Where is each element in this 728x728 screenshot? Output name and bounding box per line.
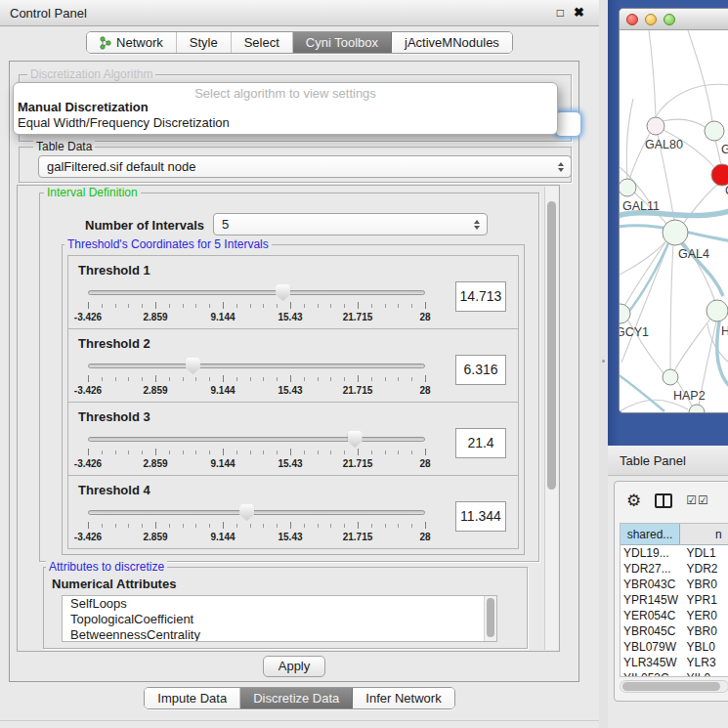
attributes-scrollbar-thumb[interactable] xyxy=(487,598,494,637)
network-node-gal4[interactable] xyxy=(663,220,688,245)
threshold-slider[interactable]: -3.4262.8599.14415.4321.71528 xyxy=(88,504,425,545)
table-row[interactable]: YDL19...YDL1 xyxy=(621,545,728,561)
columns-icon[interactable] xyxy=(655,493,672,508)
attributes-scrollbar[interactable] xyxy=(484,596,496,641)
threshold-slider[interactable]: -3.4262.8599.14415.4321.71528 xyxy=(88,431,425,472)
apply-button[interactable]: Apply xyxy=(263,656,325,677)
table-row[interactable]: YBR043CYBR0 xyxy=(621,577,728,592)
cell-shared-name[interactable]: YDL19... xyxy=(621,545,682,561)
slider-tick-labels: -3.4262.8599.14415.4321.71528 xyxy=(88,532,425,543)
cell-name[interactable]: YBR0 xyxy=(682,577,728,592)
table-panel-title: Table Panel xyxy=(620,453,686,468)
slider-track[interactable] xyxy=(88,510,425,515)
table-row[interactable]: YLR345WYLR3 xyxy=(621,655,728,670)
threshold-value-field[interactable]: 21.4 xyxy=(455,428,506,458)
cell-shared-name[interactable]: YLR345W xyxy=(621,655,682,670)
table-row[interactable]: YBL079WYBL0 xyxy=(621,639,728,655)
network-node-hap2[interactable] xyxy=(663,369,678,385)
cell-name[interactable]: YPR1 xyxy=(682,592,728,608)
table-data-combobox[interactable]: galFiltered.sif default node xyxy=(38,155,572,178)
cell-shared-name[interactable]: YIL053C xyxy=(621,670,682,677)
attribute-item-topologicalcoefficient[interactable]: TopologicalCoefficient xyxy=(63,612,496,627)
cell-shared-name[interactable]: YBL079W xyxy=(621,639,682,655)
zoom-window-icon[interactable] xyxy=(664,14,675,25)
threshold-slider[interactable]: -3.4262.8599.14415.4321.71528 xyxy=(88,358,425,399)
split-pane-divider[interactable] xyxy=(599,0,608,728)
settings-scrollbar-thumb[interactable] xyxy=(547,201,556,490)
node-label-gal4: GAL4 xyxy=(678,247,709,261)
settings-scrollbar[interactable] xyxy=(544,187,558,650)
slider-track[interactable] xyxy=(88,437,425,442)
slider-track[interactable] xyxy=(88,290,425,295)
threshold-value-field[interactable]: 6.316 xyxy=(455,355,506,385)
column-header-name[interactable]: n xyxy=(680,524,728,544)
tab-jactivemnodules[interactable]: jActiveMNodules xyxy=(392,32,512,53)
tab-select[interactable]: Select xyxy=(232,32,293,53)
network-node-h[interactable] xyxy=(707,300,728,321)
tab-impute-data[interactable]: Impute Data xyxy=(145,688,240,708)
tab-network[interactable]: Network xyxy=(87,32,177,53)
slider-thumb[interactable] xyxy=(276,284,290,301)
table-row[interactable]: YIL053CYIL0 xyxy=(621,670,728,677)
table-row[interactable]: YPR145WYPR1 xyxy=(621,592,728,608)
select-columns-checkboxes-icon[interactable]: ☑☑ xyxy=(686,493,709,507)
cell-name[interactable]: YBR0 xyxy=(682,623,728,639)
cell-name[interactable]: YDL1 xyxy=(682,545,728,561)
tab-infer-network[interactable]: Infer Network xyxy=(353,688,453,708)
cell-name[interactable]: YDR2 xyxy=(682,561,728,577)
network-node-gal11[interactable] xyxy=(620,179,636,196)
cell-shared-name[interactable]: YBR045C xyxy=(621,623,682,639)
slider-track[interactable] xyxy=(88,364,425,368)
cell-shared-name[interactable]: YBR043C xyxy=(621,577,682,592)
column-header-shared-name[interactable]: shared... xyxy=(621,524,680,544)
table-hscrollbar-thumb[interactable] xyxy=(622,682,720,691)
tab-cyni-toolbox[interactable]: Cyni Toolbox xyxy=(293,32,392,53)
close-panel-button[interactable]: ✖ xyxy=(574,5,584,20)
attribute-item-betweennesscentrality[interactable]: BetweennessCentrality xyxy=(63,627,496,642)
threshold-value-field[interactable]: 11.344 xyxy=(455,501,506,532)
cell-shared-name[interactable]: YDR27... xyxy=(621,561,682,577)
algorithm-combobox[interactable] xyxy=(555,111,581,137)
slider-thumb[interactable] xyxy=(239,504,254,521)
minimize-window-icon[interactable] xyxy=(645,14,657,25)
threshold-panel-2: Threshold 2-3.4262.8599.14415.4321.71528… xyxy=(67,328,519,403)
control-panel-titlebar: Control Panel □ ✖ xyxy=(0,0,599,26)
cell-name[interactable]: YER0 xyxy=(682,608,728,623)
network-node-c[interactable] xyxy=(711,164,728,186)
table-panel-container: ⚙ ☑☑ shared... n YDL19...YDL1YDR27...YDR… xyxy=(614,481,728,702)
network-view-window[interactable]: GAL80GACGAL11GAL4GCY1HHAP2 xyxy=(619,8,728,413)
tab-style[interactable]: Style xyxy=(177,32,232,53)
network-node-unlabeled[interactable] xyxy=(689,405,705,413)
network-canvas[interactable]: GAL80GACGAL11GAL4GCY1HHAP2 xyxy=(620,30,728,413)
stepper-arrows-icon xyxy=(472,214,482,235)
slider-thumb[interactable] xyxy=(348,431,363,448)
cell-name[interactable]: YBL0 xyxy=(682,639,728,655)
algorithm-option-equal-width-frequency-discretization[interactable]: Equal Width/Frequency Discretization xyxy=(14,115,557,131)
thresholds-group-title: Threshold's Coordinates for 5 Intervals xyxy=(64,237,272,251)
cell-name[interactable]: YLR3 xyxy=(682,655,728,670)
table-horizontal-scrollbar[interactable] xyxy=(620,680,728,693)
network-window-titlebar[interactable] xyxy=(620,9,728,30)
cell-shared-name[interactable]: YER054C xyxy=(621,608,682,623)
discretization-algorithm-group-title: Discretization Algorithm xyxy=(27,67,155,81)
cell-name[interactable]: YIL0 xyxy=(682,670,728,677)
number-of-intervals-value: 5 xyxy=(222,217,229,232)
network-node-gal80[interactable] xyxy=(647,117,664,135)
table-row[interactable]: YER054CYER0 xyxy=(621,608,728,623)
float-window-button[interactable]: □ xyxy=(557,6,564,20)
cell-shared-name[interactable]: YPR145W xyxy=(621,592,682,608)
tab-discretize-data[interactable]: Discretize Data xyxy=(240,688,353,708)
slider-thumb[interactable] xyxy=(186,358,200,374)
threshold-slider[interactable]: -3.4262.8599.14415.4321.71528 xyxy=(88,284,425,325)
table-row[interactable]: YBR045CYBR0 xyxy=(621,623,728,639)
network-node-ga[interactable] xyxy=(705,121,724,141)
table-row[interactable]: YDR27...YDR2 xyxy=(621,561,728,577)
table-data-value: galFiltered.sif default node xyxy=(47,159,195,174)
algorithm-option-manual-discretization[interactable]: Manual Discretization xyxy=(14,100,557,115)
close-window-icon[interactable] xyxy=(626,14,638,25)
stepper-arrows-icon xyxy=(556,156,566,177)
attribute-item-selfloops[interactable]: SelfLoops xyxy=(63,596,496,612)
gear-icon[interactable]: ⚙ xyxy=(626,491,641,511)
number-of-intervals-combobox[interactable]: 5 xyxy=(213,213,488,236)
threshold-value-field[interactable]: 14.713 xyxy=(455,281,506,312)
